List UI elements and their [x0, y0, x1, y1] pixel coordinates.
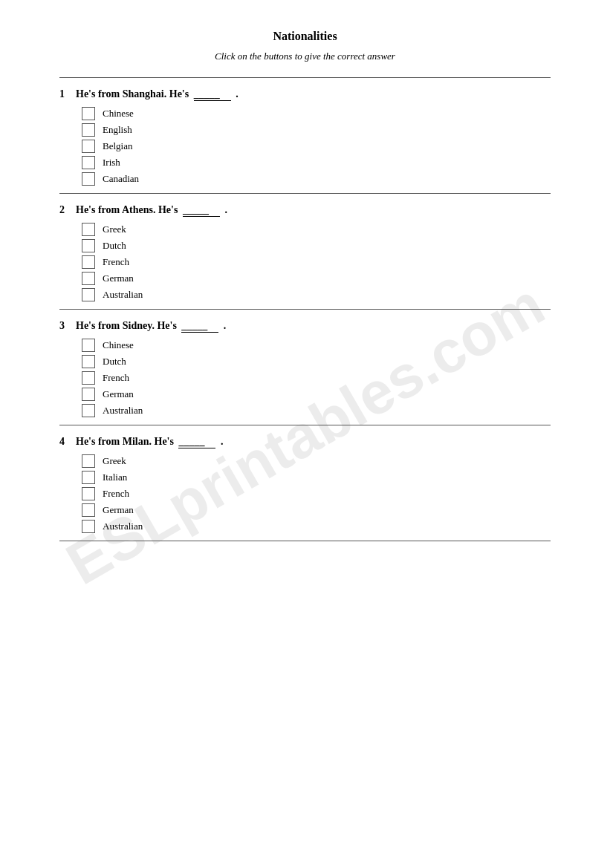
question-4-label-4: Australian	[103, 521, 143, 532]
question-1-option-0: Chinese	[82, 107, 551, 120]
question-4-label-2: French	[103, 488, 129, 500]
question-2-header: 2He's from Athens. He's _____ .	[59, 204, 551, 217]
top-divider	[59, 77, 551, 78]
question-4-text: He's from Milan. He's _____ .	[76, 436, 223, 448]
question-1-checkbox-3[interactable]	[82, 156, 95, 169]
page-title: Nationalities	[59, 30, 551, 43]
divider-after-1	[59, 193, 551, 194]
question-3-text: He's from Sidney. He's _____ .	[76, 320, 226, 333]
question-3-checkbox-0[interactable]	[82, 339, 95, 352]
question-1-label-2: Belgian	[103, 140, 132, 152]
question-3-options: ChineseDutchFrenchGermanAustralian	[59, 339, 551, 417]
page-subtitle: Click on the buttons to give the correct…	[59, 50, 551, 62]
question-1-number: 1	[59, 88, 71, 100]
question-1-checkbox-1[interactable]	[82, 123, 95, 137]
question-1-option-1: English	[82, 123, 551, 137]
question-2-option-2: French	[82, 255, 551, 269]
question-4-option-0: Greek	[82, 454, 551, 468]
question-4-option-2: French	[82, 487, 551, 500]
question-1-label-4: Canadian	[103, 173, 139, 185]
questions-container: 1He's from Shanghai. He's _____ .Chinese…	[59, 88, 551, 541]
question-1-label-0: Chinese	[103, 108, 134, 120]
question-4-number: 4	[59, 436, 71, 448]
question-4-label-3: German	[103, 504, 134, 516]
question-2-option-1: Dutch	[82, 239, 551, 252]
question-3-checkbox-1[interactable]	[82, 355, 95, 368]
question-1-option-4: Canadian	[82, 172, 551, 186]
question-4-checkbox-1[interactable]	[82, 471, 95, 484]
question-2-options: GreekDutchFrenchGermanAustralian	[59, 223, 551, 301]
question-4-blank: _____	[178, 436, 215, 448]
question-3-label-4: Australian	[103, 405, 143, 417]
question-4-section: 4He's from Milan. He's _____ .GreekItali…	[59, 436, 551, 541]
question-2-checkbox-1[interactable]	[82, 239, 95, 252]
question-4-option-1: Italian	[82, 471, 551, 484]
question-1-options: ChineseEnglishBelgianIrishCanadian	[59, 107, 551, 186]
question-1-checkbox-0[interactable]	[82, 107, 95, 120]
question-2-checkbox-3[interactable]	[82, 272, 95, 285]
question-4-checkbox-2[interactable]	[82, 487, 95, 500]
question-1-header: 1He's from Shanghai. He's _____ .	[59, 88, 551, 101]
question-2-option-4: Australian	[82, 288, 551, 301]
question-2-blank: _____	[183, 204, 220, 217]
question-1-section: 1He's from Shanghai. He's _____ .Chinese…	[59, 88, 551, 194]
question-2-label-4: Australian	[103, 289, 143, 301]
question-3-checkbox-4[interactable]	[82, 404, 95, 417]
question-3-option-3: German	[82, 388, 551, 401]
question-2-option-3: German	[82, 272, 551, 285]
question-4-label-1: Italian	[103, 471, 127, 483]
question-1-checkbox-2[interactable]	[82, 140, 95, 153]
question-2-label-0: Greek	[103, 223, 126, 235]
divider-after-3	[59, 425, 551, 425]
question-1-checkbox-4[interactable]	[82, 172, 95, 186]
question-3-section: 3He's from Sidney. He's _____ .ChineseDu…	[59, 320, 551, 425]
question-2-section: 2He's from Athens. He's _____ .GreekDutc…	[59, 204, 551, 310]
question-2-number: 2	[59, 204, 71, 216]
divider-after-4	[59, 541, 551, 541]
question-2-checkbox-0[interactable]	[82, 223, 95, 236]
question-2-option-0: Greek	[82, 223, 551, 236]
question-3-label-0: Chinese	[103, 339, 134, 351]
question-1-label-1: English	[103, 124, 132, 136]
question-4-option-4: Australian	[82, 520, 551, 533]
question-1-option-3: Irish	[82, 156, 551, 169]
question-2-label-1: Dutch	[103, 240, 126, 252]
question-1-label-3: Irish	[103, 157, 120, 169]
question-2-text: He's from Athens. He's _____ .	[76, 204, 227, 217]
question-2-label-3: German	[103, 273, 134, 284]
question-3-number: 3	[59, 320, 71, 332]
question-3-checkbox-2[interactable]	[82, 371, 95, 385]
question-3-label-3: German	[103, 388, 134, 400]
divider-after-2	[59, 309, 551, 310]
question-2-label-2: French	[103, 256, 129, 268]
question-2-checkbox-4[interactable]	[82, 288, 95, 301]
question-3-option-1: Dutch	[82, 355, 551, 368]
question-1-option-2: Belgian	[82, 140, 551, 153]
question-2-checkbox-2[interactable]	[82, 255, 95, 269]
question-3-blank: _____	[181, 320, 218, 333]
question-3-checkbox-3[interactable]	[82, 388, 95, 401]
question-4-checkbox-4[interactable]	[82, 520, 95, 533]
question-3-option-2: French	[82, 371, 551, 385]
question-3-option-0: Chinese	[82, 339, 551, 352]
question-4-option-3: German	[82, 503, 551, 517]
question-4-options: GreekItalianFrenchGermanAustralian	[59, 454, 551, 533]
question-3-label-1: Dutch	[103, 356, 126, 368]
question-4-checkbox-3[interactable]	[82, 503, 95, 517]
question-3-option-4: Australian	[82, 404, 551, 417]
question-1-text: He's from Shanghai. He's _____ .	[76, 88, 239, 101]
question-4-header: 4He's from Milan. He's _____ .	[59, 436, 551, 448]
question-4-checkbox-0[interactable]	[82, 454, 95, 468]
question-4-label-0: Greek	[103, 455, 126, 467]
question-3-label-2: French	[103, 372, 129, 384]
question-3-header: 3He's from Sidney. He's _____ .	[59, 320, 551, 333]
question-1-blank: _____	[194, 88, 231, 101]
